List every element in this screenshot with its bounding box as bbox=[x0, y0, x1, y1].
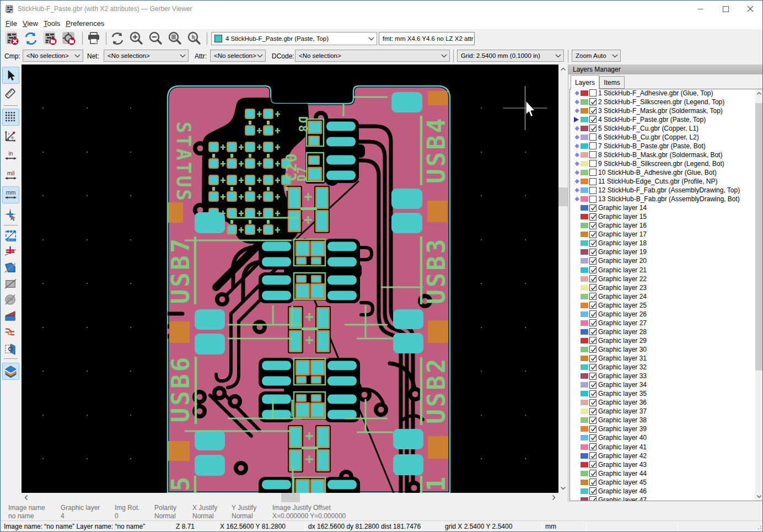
tab-layers[interactable]: Layers bbox=[571, 75, 599, 89]
layer-visibility-checkbox[interactable] bbox=[589, 151, 597, 158]
layer-visibility-checkbox[interactable] bbox=[589, 373, 597, 380]
layer-color-swatch[interactable] bbox=[581, 187, 588, 193]
zoom-redraw-button[interactable] bbox=[110, 31, 125, 46]
layer-row-29[interactable]: Graphic layer 29 bbox=[570, 336, 762, 345]
layer-row-47[interactable]: Graphic layer 47 bbox=[570, 496, 762, 501]
vscroll-thumb[interactable] bbox=[558, 187, 568, 206]
layer-color-swatch[interactable] bbox=[581, 311, 588, 317]
layer-row-21[interactable]: Graphic layer 21 bbox=[570, 266, 762, 275]
layer-row-24[interactable]: Graphic layer 24 bbox=[570, 292, 762, 301]
layer-visibility-checkbox[interactable] bbox=[589, 310, 597, 318]
layer-color-swatch[interactable] bbox=[581, 409, 588, 414]
layer-row-28[interactable]: Graphic layer 28 bbox=[570, 327, 762, 336]
sketch-pads-button[interactable] bbox=[2, 228, 19, 245]
layer-visibility-checkbox[interactable] bbox=[589, 328, 597, 335]
layer-row-41[interactable]: Graphic layer 41 bbox=[570, 443, 762, 452]
xor-mode-button[interactable] bbox=[2, 324, 19, 341]
layer-row-46[interactable]: Graphic layer 46 bbox=[570, 487, 762, 496]
scroll-up-arrow[interactable] bbox=[558, 65, 568, 74]
layer-color-swatch[interactable] bbox=[581, 400, 588, 405]
cmp-filter-dropdown[interactable]: <No selection> bbox=[23, 50, 83, 62]
layer-row-43[interactable]: Graphic layer 43 bbox=[570, 460, 762, 469]
layer-color-swatch[interactable] bbox=[581, 347, 588, 352]
layer-color-swatch[interactable] bbox=[581, 143, 588, 149]
layer-row-30[interactable]: Graphic layer 30 bbox=[570, 345, 762, 354]
layer-visibility-checkbox[interactable] bbox=[589, 98, 597, 105]
zoom-dropdown[interactable]: Zoom Auto bbox=[572, 50, 621, 62]
layer-row-31[interactable]: Graphic layer 31 bbox=[570, 354, 762, 363]
dcode-text-button[interactable]: D# bbox=[2, 292, 19, 309]
open-gerber-button[interactable] bbox=[43, 31, 57, 46]
layer-row-40[interactable]: Graphic layer 40 bbox=[570, 433, 762, 442]
layer-row-33[interactable]: Graphic layer 33 bbox=[570, 372, 762, 380]
layer-visibility-checkbox[interactable] bbox=[589, 364, 597, 371]
scroll-down-arrow[interactable] bbox=[755, 492, 763, 501]
layer-row-3[interactable]: 3 StickHub-F_Mask.gbr (Soldermask, Top) bbox=[570, 106, 762, 115]
layer-visibility-checkbox[interactable] bbox=[589, 213, 597, 221]
layer-visibility-checkbox[interactable] bbox=[589, 470, 597, 477]
layer-row-17[interactable]: Graphic layer 17 bbox=[570, 230, 762, 239]
layer-row-11[interactable]: 11 StickHub-Edge_Cuts.gbr (Profile, NP) bbox=[570, 177, 762, 186]
open-drill-button[interactable] bbox=[62, 31, 76, 46]
maximize-button[interactable] bbox=[713, 1, 738, 17]
layer-visibility-checkbox[interactable] bbox=[589, 160, 597, 167]
layer-row-6[interactable]: 6 StickHub-B_Cu.gbr (Copper, L2) bbox=[570, 133, 762, 142]
diff-mode-button[interactable] bbox=[2, 308, 19, 325]
layer-color-swatch[interactable] bbox=[581, 170, 588, 175]
layer-color-swatch[interactable] bbox=[581, 258, 588, 264]
layer-color-swatch[interactable] bbox=[581, 214, 588, 219]
layer-color-swatch[interactable] bbox=[581, 108, 588, 114]
layer-visibility-checkbox[interactable] bbox=[589, 125, 597, 132]
layer-color-swatch[interactable] bbox=[581, 373, 588, 379]
layer-row-35[interactable]: Graphic layer 35 bbox=[570, 389, 762, 398]
layer-visibility-checkbox[interactable] bbox=[589, 337, 597, 344]
layer-row-42[interactable]: Graphic layer 42 bbox=[570, 452, 762, 460]
layer-row-12[interactable]: 12 StickHub-F_Fab.gbr (AssemblyDrawing, … bbox=[570, 186, 762, 195]
layer-row-2[interactable]: 2 StickHub-F_Silkscreen.gbr (Legend, Top… bbox=[570, 98, 762, 106]
menu-view[interactable]: View bbox=[23, 19, 38, 28]
cursor-shape-button[interactable] bbox=[2, 206, 19, 223]
layer-row-1[interactable]: 1 StickHub-F_Adhesive.gbr (Glue, Top) bbox=[570, 89, 762, 98]
layer-color-swatch[interactable] bbox=[581, 276, 588, 282]
sketch-lines-button[interactable] bbox=[2, 244, 19, 261]
layer-color-swatch[interactable] bbox=[581, 179, 588, 184]
layer-row-27[interactable]: Graphic layer 27 bbox=[570, 319, 762, 327]
pcb-canvas[interactable]: STATUS7BSU6BSU5BSU4BSU3BSU2BSU1BSUD8C20D… bbox=[22, 65, 558, 493]
polar-coords-button[interactable]: rθ bbox=[2, 128, 19, 145]
scroll-left-arrow[interactable] bbox=[22, 493, 31, 502]
layer-visibility-checkbox[interactable] bbox=[589, 116, 597, 123]
layer-visibility-checkbox[interactable] bbox=[589, 222, 597, 229]
menu-file[interactable]: File bbox=[6, 19, 17, 28]
layer-row-18[interactable]: Graphic layer 18 bbox=[570, 239, 762, 248]
layer-color-swatch[interactable] bbox=[581, 320, 588, 326]
grid-dots-button[interactable] bbox=[2, 109, 19, 126]
layer-visibility-checkbox[interactable] bbox=[589, 408, 597, 415]
layer-row-5[interactable]: 5 StickHub-F_Cu.gbr (Copper, L1) bbox=[570, 124, 762, 133]
layer-row-8[interactable]: 8 StickHub-B_Mask.gbr (Soldermask, Bot) bbox=[570, 151, 762, 159]
layer-color-swatch[interactable] bbox=[581, 356, 588, 361]
layer-row-25[interactable]: Graphic layer 25 bbox=[570, 301, 762, 310]
layer-visibility-checkbox[interactable] bbox=[589, 346, 597, 353]
menu-tools[interactable]: Tools bbox=[44, 19, 60, 28]
layer-visibility-checkbox[interactable] bbox=[589, 302, 597, 309]
layer-color-swatch[interactable] bbox=[581, 126, 588, 131]
layer-color-swatch[interactable] bbox=[581, 152, 588, 158]
layer-visibility-checkbox[interactable] bbox=[589, 434, 597, 442]
layer-row-7[interactable]: 7 StickHub-B_Paste.gbr (Paste, Bot) bbox=[570, 142, 762, 151]
print-button[interactable] bbox=[87, 31, 101, 46]
layers-list-scrollbar[interactable] bbox=[755, 89, 763, 501]
menu-preferences[interactable]: Preferences bbox=[66, 19, 104, 28]
grid-dropdown[interactable]: Grid: 2.5400 mm (0.1000 in) bbox=[457, 50, 564, 62]
measure-ruler-button[interactable] bbox=[2, 85, 19, 103]
scroll-right-arrow[interactable] bbox=[549, 493, 558, 502]
layer-color-swatch[interactable] bbox=[581, 391, 588, 396]
layer-visibility-checkbox[interactable] bbox=[589, 399, 597, 406]
layer-visibility-checkbox[interactable] bbox=[589, 284, 597, 291]
layer-visibility-checkbox[interactable] bbox=[589, 257, 597, 265]
layer-row-45[interactable]: Graphic layer 45 bbox=[570, 478, 762, 487]
layer-color-swatch[interactable] bbox=[581, 480, 588, 485]
canvas-horizontal-scrollbar[interactable] bbox=[22, 493, 558, 502]
layers-manager-button[interactable] bbox=[2, 363, 19, 380]
reload-button[interactable] bbox=[24, 31, 38, 46]
layer-row-13[interactable]: 13 StickHub-B_Fab.gbr (AssemblyDrawing, … bbox=[570, 195, 762, 203]
